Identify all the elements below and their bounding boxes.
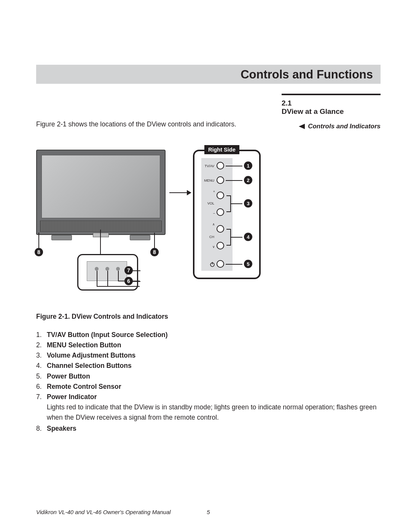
ch-up-button[interactable] bbox=[217, 225, 224, 233]
label-vol: VOL bbox=[204, 201, 214, 205]
chapter-title: Controls and Functions bbox=[241, 68, 373, 81]
callout-1: 1 bbox=[244, 161, 252, 170]
label-ch-down: ∨ bbox=[211, 245, 215, 249]
list-item: 4.Channel Selection Buttons bbox=[36, 361, 381, 371]
tv-frame bbox=[36, 150, 166, 235]
chapter-title-bar: Controls and Functions bbox=[36, 65, 381, 84]
bracket-icon bbox=[226, 195, 231, 212]
callout-4: 4 bbox=[244, 233, 252, 241]
callout-line bbox=[38, 233, 39, 249]
callout-line bbox=[231, 237, 242, 238]
tv-led-panel bbox=[93, 233, 109, 237]
power-button[interactable] bbox=[217, 260, 224, 268]
section-title: DView at a Glance bbox=[282, 107, 381, 116]
figure-caption: Figure 2-1. DView Controls and Indicator… bbox=[36, 313, 381, 321]
tvav-button[interactable] bbox=[217, 162, 224, 169]
page: Controls and Functions 2.1 DView at a Gl… bbox=[0, 0, 411, 532]
callout-line bbox=[231, 203, 242, 204]
sensor-dot bbox=[95, 267, 99, 271]
callout-line bbox=[107, 271, 108, 287]
list-item: 5.Power Button bbox=[36, 371, 381, 382]
tv-foot-left bbox=[51, 235, 72, 240]
sidenote: Controls and Indicators bbox=[299, 123, 381, 130]
callout-line bbox=[226, 180, 242, 181]
side-panel: Right Side TV/AV 1 MENU 2 + VOL – 3 ∧ CH… bbox=[193, 150, 261, 279]
triangle-left-icon bbox=[299, 124, 305, 129]
tv-foot-right bbox=[130, 235, 150, 240]
callout-line bbox=[97, 286, 140, 287]
callout-line bbox=[100, 230, 101, 255]
ch-down-button[interactable] bbox=[217, 242, 224, 249]
list-item: 2.MENU Selection Button bbox=[36, 340, 381, 350]
footer-page-number: 5 bbox=[201, 509, 216, 515]
list-item: 8.Speakers bbox=[36, 423, 381, 434]
label-ch-up: ∧ bbox=[211, 222, 215, 226]
tv-screen bbox=[41, 155, 160, 218]
menu-button[interactable] bbox=[217, 176, 224, 184]
tv-speaker-bar bbox=[40, 220, 162, 232]
callout-5: 5 bbox=[244, 260, 252, 268]
footer-title: Vidikron VL-40 and VL-46 Owner's Operati… bbox=[36, 509, 201, 515]
sensor-dot bbox=[105, 267, 109, 271]
sensor-dot bbox=[116, 267, 120, 271]
label-vol-plus: + bbox=[211, 190, 215, 193]
callout-8-left: 8 bbox=[35, 248, 43, 256]
list-item: 6.Remote Control Sensor bbox=[36, 382, 381, 392]
legend-list: 1.TV/AV Button (Input Source Selection) … bbox=[36, 330, 381, 434]
tv-illustration bbox=[36, 150, 166, 235]
list-item: 7.Power Indicator bbox=[36, 392, 381, 402]
callout-line bbox=[97, 271, 97, 287]
list-item: 3.Volume Adjustment Buttons bbox=[36, 350, 381, 361]
label-ch: CH bbox=[206, 235, 214, 239]
page-footer: Vidikron VL-40 and VL-46 Owner's Operati… bbox=[36, 509, 381, 515]
vol-down-button[interactable] bbox=[217, 208, 224, 216]
panel-tab: Right Side bbox=[204, 145, 239, 154]
section-header: 2.1 DView at a Glance bbox=[282, 94, 381, 116]
callout-7: 7 bbox=[124, 266, 133, 275]
sensor-detail-inner bbox=[87, 261, 127, 281]
label-tvav: TV/AV bbox=[203, 164, 214, 168]
callout-6: 6 bbox=[124, 277, 133, 285]
svg-marker-0 bbox=[299, 124, 305, 129]
bracket-icon bbox=[226, 229, 231, 246]
callout-2: 2 bbox=[244, 176, 252, 184]
callout-line bbox=[226, 166, 242, 166]
label-menu: MENU bbox=[203, 179, 214, 182]
label-vol-minus: – bbox=[211, 211, 215, 215]
callout-line bbox=[226, 264, 242, 265]
vol-up-button[interactable] bbox=[217, 192, 224, 199]
sidenote-text: Controls and Indicators bbox=[308, 123, 381, 130]
list-item: 1.TV/AV Button (Input Source Selection) bbox=[36, 330, 381, 340]
callout-line bbox=[154, 233, 155, 249]
callout-line bbox=[118, 271, 119, 281]
figure: 8 8 7 6 Right Side TV/AV bbox=[36, 144, 381, 308]
callout-3: 3 bbox=[244, 199, 252, 208]
section-number: 2.1 bbox=[282, 99, 381, 107]
power-icon bbox=[210, 262, 215, 267]
arrow-icon bbox=[169, 192, 191, 193]
callout-8-right: 8 bbox=[150, 248, 159, 256]
list-item-desc: Lights red to indicate that the DView is… bbox=[47, 402, 381, 423]
